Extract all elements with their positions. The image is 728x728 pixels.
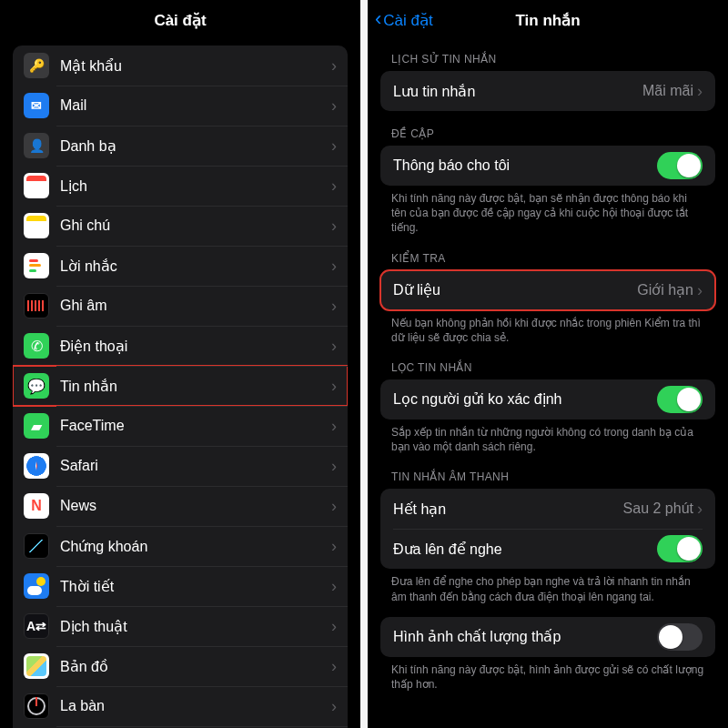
settings-row-stocks[interactable]: Chứng khoán› bbox=[13, 526, 348, 566]
settings-row-maps[interactable]: Bản đồ› bbox=[13, 646, 348, 686]
settings-row-voice[interactable]: Ghi âm› bbox=[13, 286, 348, 326]
settings-screen: Cài đặt 🔑Mật khẩu›✉︎Mail›👤Danh bạ›Lịch›G… bbox=[0, 0, 360, 728]
keep-messages-row[interactable]: Lưu tin nhắn Mãi mãi › bbox=[380, 71, 715, 111]
settings-row-label: Ghi chú bbox=[60, 217, 326, 234]
chevron-right-icon: › bbox=[331, 658, 337, 674]
filter-unknown-row: Lọc người gửi ko xác định bbox=[380, 379, 715, 420]
low-quality-row: Hình ảnh chất lượng thấp bbox=[380, 617, 715, 657]
maps-icon bbox=[24, 653, 49, 679]
chevron-right-icon: › bbox=[331, 498, 337, 514]
chevron-right-icon: › bbox=[331, 217, 337, 234]
settings-row-label: Ghi âm bbox=[60, 298, 326, 314]
settings-row-label: Điện thoại bbox=[60, 338, 326, 355]
section-history-header: LỊCH SỬ TIN NHẮN bbox=[380, 40, 715, 71]
notify-me-toggle[interactable] bbox=[657, 152, 703, 179]
data-label: Dữ liệu bbox=[393, 281, 637, 298]
notify-me-row: Thông báo cho tôi bbox=[380, 146, 715, 186]
chevron-left-icon: ‹ bbox=[375, 9, 381, 29]
settings-row-news[interactable]: NNews› bbox=[13, 486, 348, 526]
low-quality-toggle[interactable] bbox=[657, 623, 703, 651]
raise-to-listen-toggle[interactable] bbox=[657, 535, 703, 562]
settings-row-label: Safari bbox=[60, 458, 326, 474]
settings-row-passwords[interactable]: 🔑Mật khẩu› bbox=[13, 46, 348, 86]
settings-row-label: Mật khẩu bbox=[60, 57, 326, 75]
settings-header: Cài đặt bbox=[0, 0, 360, 40]
expire-row[interactable]: Hết hạn Sau 2 phút › bbox=[393, 489, 703, 529]
chevron-right-icon: › bbox=[331, 258, 337, 274]
chevron-right-icon: › bbox=[331, 698, 337, 714]
chevron-right-icon: › bbox=[331, 97, 337, 114]
section-audio-header: TIN NHẮN ÂM THANH bbox=[380, 454, 715, 489]
settings-row-label: News bbox=[60, 498, 326, 514]
settings-row-label: Lời nhắc bbox=[60, 258, 326, 275]
news-icon: N bbox=[24, 493, 49, 519]
phone-icon: ✆ bbox=[24, 333, 49, 359]
data-row[interactable]: Dữ liệu Giới hạn › bbox=[380, 270, 715, 310]
low-quality-label: Hình ảnh chất lượng thấp bbox=[393, 628, 657, 645]
mail-icon: ✉︎ bbox=[24, 93, 49, 118]
messages-settings-list[interactable]: LỊCH SỬ TIN NHẮN Lưu tin nhắn Mãi mãi › … bbox=[368, 40, 728, 728]
safari-icon bbox=[24, 453, 49, 479]
chevron-right-icon: › bbox=[331, 618, 337, 634]
back-label: Cài đặt bbox=[383, 11, 432, 30]
chevron-right-icon: › bbox=[331, 418, 337, 434]
translate-icon: A⇄ bbox=[24, 613, 49, 639]
settings-row-label: Tin nhắn bbox=[60, 378, 326, 395]
settings-row-label: Thời tiết bbox=[60, 578, 326, 595]
messages-header: ‹ Cài đặt Tin nhắn bbox=[368, 0, 728, 40]
section-mentions-header: ĐỀ CẬP bbox=[380, 111, 715, 146]
settings-row-weather[interactable]: Thời tiết› bbox=[13, 566, 348, 606]
settings-row-compass[interactable]: La bàn› bbox=[13, 686, 348, 726]
raise-to-listen-label: Đưa lên để nghe bbox=[393, 541, 657, 558]
settings-list[interactable]: 🔑Mật khẩu›✉︎Mail›👤Danh bạ›Lịch›Ghi chú›L… bbox=[0, 40, 360, 728]
section-check-header: KIỂM TRA bbox=[380, 236, 715, 270]
lowq-footer: Khi tính năng này được bật, hình ảnh đượ… bbox=[380, 657, 715, 692]
settings-row-label: La bàn bbox=[60, 698, 326, 714]
settings-row-safari[interactable]: Safari› bbox=[13, 446, 348, 486]
settings-row-facetime[interactable]: ▰FaceTime› bbox=[13, 406, 348, 446]
filter-unknown-toggle[interactable] bbox=[657, 386, 703, 413]
settings-title: Cài đặt bbox=[154, 11, 206, 30]
section-filter-header: LỌC TIN NHẮN bbox=[380, 345, 715, 379]
expire-value: Sau 2 phút bbox=[623, 500, 693, 517]
chevron-right-icon: › bbox=[697, 500, 703, 517]
weather-icon bbox=[24, 573, 49, 599]
mentions-footer: Khi tính năng này được bật, bạn sẽ nhận … bbox=[380, 186, 715, 236]
chevron-right-icon: › bbox=[331, 378, 337, 394]
messages-settings-screen: ‹ Cài đặt Tin nhắn LỊCH SỬ TIN NHẮN Lưu … bbox=[368, 0, 728, 728]
audio-footer: Đưa lên để nghe cho phép bạn nghe và trả… bbox=[380, 569, 715, 603]
back-button[interactable]: ‹ Cài đặt bbox=[375, 10, 433, 30]
settings-row-phone[interactable]: ✆Điện thoại› bbox=[13, 326, 348, 366]
chevron-right-icon: › bbox=[331, 57, 337, 74]
chevron-right-icon: › bbox=[331, 538, 337, 554]
settings-row-translate[interactable]: A⇄Dịch thuật› bbox=[13, 606, 348, 646]
settings-row-label: Danh bạ bbox=[60, 137, 326, 155]
facetime-icon: ▰ bbox=[24, 413, 49, 439]
voice-icon bbox=[24, 293, 49, 318]
settings-row-reminders[interactable]: Lời nhắc› bbox=[13, 246, 348, 286]
chevron-right-icon: › bbox=[697, 83, 703, 99]
settings-row-notes[interactable]: Ghi chú› bbox=[13, 206, 348, 246]
expire-label: Hết hạn bbox=[393, 500, 623, 518]
settings-row-contacts[interactable]: 👤Danh bạ› bbox=[13, 126, 348, 166]
chevron-right-icon: › bbox=[331, 338, 337, 354]
compass-icon bbox=[24, 693, 49, 719]
settings-row-messages[interactable]: 💬Tin nhắn› bbox=[13, 366, 348, 406]
messages-icon: 💬 bbox=[24, 373, 49, 399]
notify-me-label: Thông báo cho tôi bbox=[393, 157, 657, 174]
contacts-icon: 👤 bbox=[24, 133, 49, 158]
settings-row-label: Lịch bbox=[60, 177, 326, 195]
data-value: Giới hạn bbox=[637, 281, 693, 298]
keep-messages-label: Lưu tin nhắn bbox=[393, 83, 642, 100]
raise-to-listen-row: Đưa lên để nghe bbox=[393, 529, 703, 569]
check-footer: Nếu bạn không phản hồi khi được nhắc tro… bbox=[380, 310, 715, 345]
filter-footer: Sắp xếp tin nhắn từ những người không có… bbox=[380, 420, 715, 454]
chevron-right-icon: › bbox=[331, 578, 337, 594]
settings-row-label: Mail bbox=[60, 97, 326, 114]
settings-row-mail[interactable]: ✉︎Mail› bbox=[13, 86, 348, 126]
chevron-right-icon: › bbox=[331, 298, 337, 314]
chevron-right-icon: › bbox=[697, 282, 703, 298]
chevron-right-icon: › bbox=[331, 177, 337, 194]
passwords-icon: 🔑 bbox=[24, 53, 49, 78]
settings-row-calendar[interactable]: Lịch› bbox=[13, 166, 348, 206]
